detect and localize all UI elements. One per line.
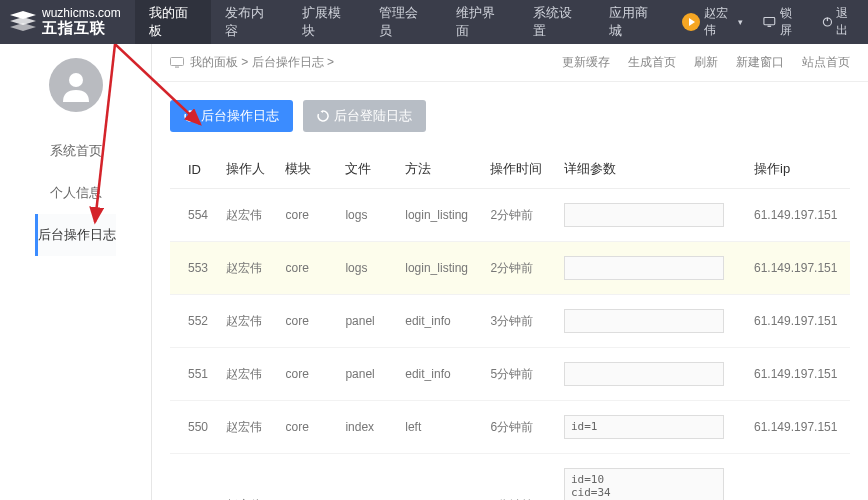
cell-file: panel <box>337 348 397 401</box>
nav-item-4[interactable]: 维护界面 <box>442 0 519 44</box>
cell-method: left <box>397 401 482 454</box>
cell-ip: 61.149.197.151 <box>746 189 850 242</box>
cell-method: login_listing <box>397 189 482 242</box>
cell-file: content <box>337 454 397 501</box>
logo-domain: wuzhicms.com <box>42 7 121 19</box>
cell-params <box>556 242 746 295</box>
cell-module: core <box>277 295 337 348</box>
sidebar-item-1[interactable]: 个人信息 <box>35 172 116 214</box>
cell-operator: 赵宏伟 <box>218 242 277 295</box>
cell-module: content <box>277 454 337 501</box>
nav-item-5[interactable]: 系统设置 <box>519 0 596 44</box>
cell-params: id=1 <box>556 401 746 454</box>
cell-operator: 赵宏伟 <box>218 454 277 501</box>
cell-ip: 61.149.197.151 <box>746 295 850 348</box>
cell-operator: 赵宏伟 <box>218 401 277 454</box>
table-row: 550赵宏伟coreindexleft6分钟前id=161.149.197.15… <box>170 401 850 454</box>
cell-method: login_listing <box>397 242 482 295</box>
crumb-action-3[interactable]: 新建窗口 <box>736 54 784 71</box>
svg-rect-11 <box>175 67 179 68</box>
cell-method: edit_info <box>397 295 482 348</box>
cell-method: edit_info <box>397 348 482 401</box>
logo-icon <box>10 11 36 33</box>
svg-marker-12 <box>188 110 191 113</box>
nav-item-1[interactable]: 发布内容 <box>211 0 288 44</box>
nav-item-2[interactable]: 扩展模块 <box>288 0 365 44</box>
cell-ip: 61.149.197.151 <box>746 242 850 295</box>
refresh-icon <box>317 110 329 122</box>
cell-id: 553 <box>170 242 218 295</box>
avatar[interactable] <box>49 58 103 112</box>
chevron-down-icon: ▾ <box>738 17 743 27</box>
lock-screen-link[interactable]: 锁屏 <box>753 0 811 44</box>
cell-file: panel <box>337 295 397 348</box>
crumb-action-1[interactable]: 生成首页 <box>628 54 676 71</box>
screen-icon <box>763 16 776 28</box>
breadcrumb: 我的面板 > 后台操作日志 > <box>190 54 334 71</box>
tab-operation-log[interactable]: 后台操作日志 <box>170 100 293 132</box>
cell-ip: 61.149.197.151 <box>746 348 850 401</box>
logo-cn: 五指互联 <box>42 19 121 38</box>
svg-point-9 <box>69 73 83 87</box>
monitor-icon <box>170 57 184 68</box>
user-name: 赵宏伟 <box>704 5 734 39</box>
table-row: 552赵宏伟corepaneledit_info3分钟前61.149.197.1… <box>170 295 850 348</box>
cell-time: 2分钟前 <box>482 189 556 242</box>
log-table: ID 操作人 模块 文件 方法 操作时间 详细参数 操作ip 554赵宏伟cor… <box>170 150 850 500</box>
cell-params <box>556 348 746 401</box>
tab-login-log[interactable]: 后台登陆日志 <box>303 100 426 132</box>
play-icon <box>682 13 700 31</box>
user-menu[interactable]: 赵宏伟 ▾ <box>672 0 753 44</box>
cell-file: logs <box>337 189 397 242</box>
col-operator: 操作人 <box>218 150 277 189</box>
sidebar-item-0[interactable]: 系统首页 <box>35 130 116 172</box>
cell-id: 549 <box>170 454 218 501</box>
user-icon <box>59 68 93 102</box>
cell-params <box>556 295 746 348</box>
cell-time: 3分钟前 <box>482 295 556 348</box>
nav-item-0[interactable]: 我的面板 <box>135 0 212 44</box>
nav-item-6[interactable]: 应用商城 <box>595 0 672 44</box>
cell-id: 550 <box>170 401 218 454</box>
cell-operator: 赵宏伟 <box>218 348 277 401</box>
cell-time: 2分钟前 <box>482 242 556 295</box>
cell-file: logs <box>337 242 397 295</box>
cell-operator: 赵宏伟 <box>218 295 277 348</box>
cell-id: 551 <box>170 348 218 401</box>
nav-item-3[interactable]: 管理会员 <box>365 0 442 44</box>
breadcrumb-bar: 我的面板 > 后台操作日志 > 更新缓存生成首页刷新新建窗口站点首页 <box>152 44 868 82</box>
table-row: 553赵宏伟corelogslogin_listing2分钟前61.149.19… <box>170 242 850 295</box>
crumb-action-4[interactable]: 站点首页 <box>802 54 850 71</box>
cell-params <box>556 189 746 242</box>
cell-module: core <box>277 242 337 295</box>
col-id: ID <box>170 150 218 189</box>
cell-module: core <box>277 189 337 242</box>
refresh-icon <box>184 110 196 122</box>
cell-file: index <box>337 401 397 454</box>
svg-marker-2 <box>10 23 36 31</box>
col-params: 详细参数 <box>556 150 746 189</box>
cell-time: 6分钟前 <box>482 454 556 501</box>
cell-params: id=10 cid=34 form=-array()- title_css= u… <box>556 454 746 501</box>
col-method: 方法 <box>397 150 482 189</box>
col-ip: 操作ip <box>746 150 850 189</box>
sidebar: 系统首页个人信息后台操作日志 <box>0 44 152 500</box>
table-row: 554赵宏伟corelogslogin_listing2分钟前61.149.19… <box>170 189 850 242</box>
table-row: 551赵宏伟corepaneledit_info5分钟前61.149.197.1… <box>170 348 850 401</box>
svg-marker-13 <box>321 110 324 113</box>
tab-buttons: 后台操作日志 后台登陆日志 <box>152 82 868 150</box>
cell-module: core <box>277 348 337 401</box>
logo[interactable]: wuzhicms.com 五指互联 <box>0 0 135 44</box>
svg-rect-5 <box>764 17 775 24</box>
svg-rect-6 <box>768 26 772 27</box>
cell-id: 552 <box>170 295 218 348</box>
cell-method: edit <box>397 454 482 501</box>
logout-link[interactable]: 退出 <box>812 0 868 44</box>
cell-ip: 61.149.197.151 <box>746 401 850 454</box>
cell-id: 554 <box>170 189 218 242</box>
crumb-action-0[interactable]: 更新缓存 <box>562 54 610 71</box>
sidebar-item-2[interactable]: 后台操作日志 <box>35 214 116 256</box>
crumb-action-2[interactable]: 刷新 <box>694 54 718 71</box>
cell-operator: 赵宏伟 <box>218 189 277 242</box>
col-time: 操作时间 <box>482 150 556 189</box>
